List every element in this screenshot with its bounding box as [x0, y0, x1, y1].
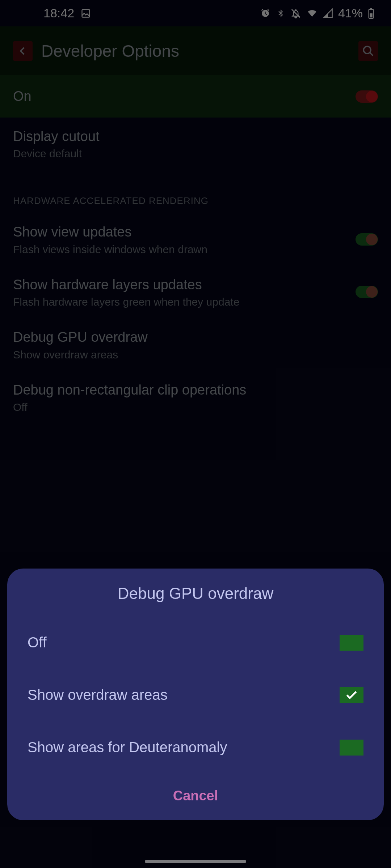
dialog-option-checkbox: [340, 740, 363, 756]
dialog-option-label: Off: [28, 634, 47, 651]
dialog-option-checkbox: [340, 635, 363, 651]
dialog-debug-gpu-overdraw: Debug GPU overdraw Off Show overdraw are…: [7, 569, 384, 820]
dialog-option-show-overdraw[interactable]: Show overdraw areas: [7, 669, 384, 721]
dialog-option-off[interactable]: Off: [7, 616, 384, 669]
nav-bar-indicator[interactable]: [145, 860, 246, 863]
dialog-option-label: Show overdraw areas: [28, 687, 168, 703]
dialog-option-checkbox-selected: [340, 687, 363, 703]
dialog-cancel-button[interactable]: Cancel: [7, 774, 384, 820]
dialog-title: Debug GPU overdraw: [7, 584, 384, 603]
dialog-option-deuteranomaly[interactable]: Show areas for Deuteranomaly: [7, 721, 384, 774]
dialog-option-label: Show areas for Deuteranomaly: [28, 739, 227, 756]
check-icon: [345, 688, 358, 702]
